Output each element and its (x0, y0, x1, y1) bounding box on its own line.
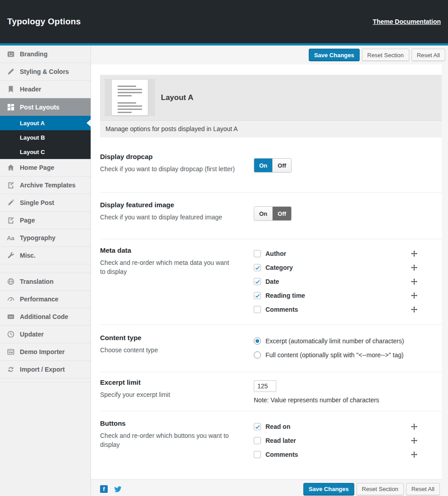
option-row-meta-data: Meta data Check and re-order which meta … (91, 239, 442, 324)
option-description: Check if you want to display dropcap (fi… (100, 164, 236, 173)
move-icon[interactable] (411, 292, 418, 299)
reset-all-button[interactable]: Reset All (411, 49, 445, 61)
option-title: Content type (100, 334, 236, 341)
option-title: Display featured image (100, 201, 236, 209)
reset-section-button[interactable]: Reset Section (357, 483, 404, 496)
reset-section-button[interactable]: Reset Section (362, 49, 409, 61)
layout-thumbnail (105, 79, 155, 116)
sidebar-subitem-layout-a[interactable]: Layout A (0, 116, 91, 130)
toggle-off-option[interactable]: Off (272, 159, 291, 172)
checkbox[interactable] (254, 437, 261, 444)
panel-title: Layout A (161, 93, 193, 102)
top-bar: Typology Options Theme Documentation (0, 0, 448, 43)
section-header-panel: Layout A Manage options for posts displa… (100, 75, 442, 137)
meta-item-author: Author (254, 246, 442, 260)
sidebar-item-page[interactable]: Page (0, 212, 91, 229)
option-row-buttons: Buttons Check and re-order which buttons… (91, 411, 442, 479)
sidebar-item-misc[interactable]: Misc. (0, 247, 91, 264)
checkbox[interactable] (254, 423, 261, 430)
toggle-on-option[interactable]: On (254, 159, 272, 172)
theme-documentation-link[interactable]: Theme Documentation (373, 18, 441, 25)
sidebar-item-home-page[interactable]: Home Page (0, 159, 91, 177)
sidebar-item-demo-importer[interactable]: Demo Importer (0, 343, 91, 361)
button-item-read-on: Read on (254, 419, 442, 433)
move-icon[interactable] (411, 250, 418, 257)
sync-icon (6, 365, 15, 374)
excerpt-limit-input[interactable] (254, 380, 276, 392)
sidebar-item-single-post[interactable]: Single Post (0, 194, 91, 212)
sidebar-item-additional-code[interactable]: css Additional Code (0, 308, 91, 326)
sidebar-separator (0, 264, 91, 273)
option-row-display-dropcap: Display dropcap Check if you want to dis… (91, 137, 442, 192)
twitter-icon[interactable] (114, 486, 122, 493)
reset-all-button[interactable]: Reset All (406, 483, 440, 496)
save-changes-button[interactable]: Save Changes (303, 483, 354, 496)
option-row-content-type: Content type Choose content type Excerpt… (91, 325, 442, 372)
move-icon[interactable] (411, 264, 418, 271)
meta-item-comments: Comments (254, 302, 442, 316)
sidebar-item-typography[interactable]: Aa Typography (0, 229, 91, 247)
button-item-comments: Comments (254, 447, 442, 461)
sidebar-item-archive-templates[interactable]: Archive Templates (0, 177, 91, 194)
sidebar-item-post-layouts[interactable]: Post Layouts (0, 98, 91, 116)
featured-image-toggle[interactable]: On Off (254, 206, 292, 221)
save-changes-button[interactable]: Save Changes (309, 49, 360, 61)
checkbox[interactable] (254, 278, 261, 285)
option-description: Check if you want to display featured im… (100, 213, 236, 222)
bookmark-icon (6, 85, 15, 94)
option-description: Specify your excerpt limit (100, 390, 236, 399)
content-type-option-full-content: Full content (optionally split with "<--… (254, 348, 442, 362)
radio-button[interactable] (254, 351, 261, 359)
checkbox[interactable] (254, 306, 261, 313)
css-badge-icon: css (6, 312, 15, 321)
facebook-icon[interactable]: f (100, 485, 108, 493)
sidebar-item-performance[interactable]: Performance (0, 291, 91, 308)
dropcap-toggle[interactable]: On Off (254, 158, 292, 173)
screen-icon (6, 347, 15, 356)
button-item-read-later: Read later (254, 433, 442, 447)
sidebar-item-header[interactable]: Header (0, 81, 91, 98)
gauge-icon (6, 295, 15, 304)
checkbox[interactable] (254, 264, 261, 271)
option-title: Excerpt limit (100, 378, 236, 386)
sidebar-item-updater[interactable]: Updater (0, 326, 91, 343)
sidebar-item-import-export[interactable]: Import / Export (0, 361, 91, 378)
meta-item-reading-time: Reading time (254, 288, 442, 302)
edit-page-icon (6, 216, 15, 225)
globe-icon (6, 277, 15, 286)
sidebar-item-translation[interactable]: Translation (0, 273, 91, 291)
option-row-display-featured-image: Display featured image Check if you want… (91, 193, 442, 239)
sidebar-item-styling-colors[interactable]: Styling & Colors (0, 63, 91, 81)
checkbox[interactable] (254, 250, 261, 257)
option-title: Buttons (100, 419, 236, 427)
checkbox[interactable] (254, 292, 261, 299)
move-icon[interactable] (411, 451, 418, 458)
move-icon[interactable] (411, 437, 418, 444)
typography-icon: Aa (6, 233, 15, 242)
layout-preview-icon (112, 80, 148, 115)
wrench-icon (6, 251, 15, 260)
home-icon (6, 163, 15, 172)
page-title: Typology Options (7, 17, 81, 27)
move-icon[interactable] (411, 423, 418, 430)
option-description: Check and re-order which meta data you w… (100, 258, 236, 277)
toggle-off-option[interactable]: Off (272, 207, 291, 220)
option-description: Choose content type (100, 346, 236, 355)
toggle-on-option[interactable]: On (254, 207, 272, 220)
smiley-icon (6, 50, 15, 59)
option-title: Meta data (100, 246, 236, 254)
content-type-option-excerpt: Excerpt (automatically limit number of c… (254, 334, 442, 348)
option-description: Check and re-order which buttons you wan… (100, 431, 236, 450)
move-icon[interactable] (411, 306, 418, 313)
pencil-icon (6, 198, 15, 207)
checkbox[interactable] (254, 451, 261, 458)
main-content: Save Changes Reset Section Reset All (91, 46, 448, 496)
svg-text:css: css (9, 315, 13, 318)
clock-icon (6, 330, 15, 339)
sidebar-subitem-layout-b[interactable]: Layout B (0, 130, 91, 145)
sidebar-item-branding[interactable]: Branding (0, 46, 91, 63)
move-icon[interactable] (411, 278, 418, 285)
sidebar-subitem-layout-c[interactable]: Layout C (0, 145, 91, 159)
radio-button[interactable] (254, 337, 261, 345)
option-row-excerpt-limit: Excerpt limit Specify your excerpt limit… (91, 372, 442, 411)
